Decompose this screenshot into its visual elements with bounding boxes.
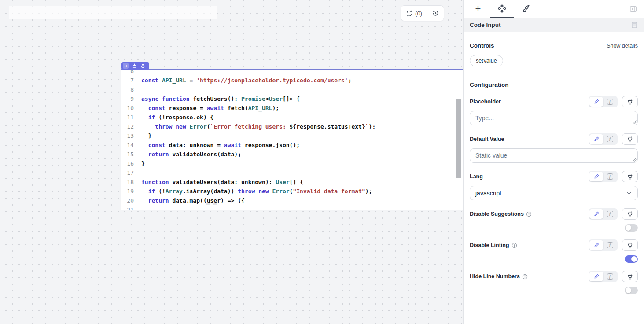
show-details-link[interactable]: Show details (607, 43, 638, 49)
divider (464, 302, 644, 302)
js-mode-button[interactable]: f (603, 272, 617, 281)
tab-widget-properties[interactable] (490, 0, 514, 18)
pencil-icon (593, 136, 600, 142)
arrow-down-to-line-icon[interactable] (132, 63, 137, 68)
connect-data-button[interactable] (622, 96, 638, 107)
pencil-icon (593, 211, 600, 217)
widgets-icon (498, 4, 506, 13)
pencil-icon (593, 173, 600, 180)
code-line: 10 const response = await fetch(API_URL)… (121, 103, 463, 113)
edit-mode-button[interactable] (589, 134, 603, 144)
js-mode-button[interactable]: f (603, 97, 617, 107)
edit-mode-button[interactable] (589, 209, 603, 219)
binding-mode-switch: f (589, 171, 618, 182)
pencil-icon (593, 242, 600, 248)
disable-linting-label: Disable Linting (470, 242, 517, 248)
lang-select[interactable]: javascript (470, 186, 638, 200)
default-value-input[interactable] (470, 148, 638, 163)
panel-body: Controls Show details setValue Configura… (464, 42, 644, 302)
code-line: 11 if (!response.ok) { (121, 113, 463, 122)
plug-icon (627, 136, 633, 143)
code-line: 8 (121, 85, 463, 94)
disable-suggestions-toggle[interactable] (625, 224, 638, 232)
placeholder-input[interactable] (470, 111, 638, 125)
prop-row-lang: Lang f (470, 171, 638, 200)
widget-title: Code Input (470, 22, 501, 28)
collapse-panel-icon (629, 5, 637, 13)
refresh-button[interactable]: (0) (401, 6, 427, 21)
chevron-down-icon (626, 190, 632, 196)
lang-selected-value: javascript (475, 190, 501, 197)
empty-zone-placeholder[interactable] (9, 6, 217, 19)
info-icon (512, 243, 517, 248)
prop-row-hide-line-numbers: Hide Line Numbers f (470, 271, 638, 294)
pencil-icon (593, 273, 600, 280)
edit-mode-button[interactable] (589, 172, 603, 181)
code-line: 15 return validateUsers(data); (121, 150, 463, 159)
widget-title-bar: Code Input (464, 18, 644, 32)
code-editor[interactable]: 67const API_URL = 'https://jsonplacehold… (121, 70, 463, 210)
info-icon (526, 211, 532, 217)
binding-mode-switch: f (589, 133, 618, 145)
code-lines[interactable]: 67const API_URL = 'https://jsonplacehold… (121, 70, 463, 210)
binding-mode-switch: f (589, 208, 618, 220)
js-mode-button[interactable]: f (603, 134, 617, 144)
editor-scrollbar[interactable] (456, 99, 461, 178)
js-mode-button[interactable]: f (603, 209, 617, 219)
code-line: 19 if (!Array.isArray(data)) throw new E… (121, 187, 463, 196)
edit-mode-button[interactable] (589, 240, 603, 250)
code-line: 13 } (121, 131, 463, 140)
edit-mode-button[interactable] (589, 97, 603, 107)
anchor-icon[interactable] (140, 63, 145, 68)
app-window: (0) a (0, 0, 644, 324)
editor-canvas[interactable]: (0) a (0, 0, 463, 324)
docs-icon[interactable] (631, 22, 638, 29)
tab-add-widget[interactable]: + (466, 0, 490, 18)
tab-style[interactable] (514, 0, 537, 18)
widget-name-badge: a (123, 63, 129, 69)
section-dropzone[interactable]: (0) a (4, 2, 461, 211)
lang-label: Lang (470, 173, 483, 180)
function-icon: f (607, 173, 613, 180)
code-line: 6 (121, 70, 463, 76)
function-icon: f (607, 273, 613, 280)
panel-tabs: + (464, 0, 644, 18)
js-mode-button[interactable]: f (603, 240, 617, 250)
prop-row-default-value: Default Value f (470, 133, 638, 163)
code-input-widget[interactable]: a 67const API_URL = 'https://jsonplaceho… (121, 69, 463, 210)
connect-data-button[interactable] (622, 171, 638, 182)
plus-icon: + (475, 4, 481, 14)
binding-mode-switch: f (589, 271, 618, 282)
controls-section-title: Controls (470, 42, 494, 49)
code-line: 21 (121, 205, 463, 210)
configuration-section-title: Configuration (470, 81, 638, 88)
disable-suggestions-label: Disable Suggestions (470, 211, 532, 217)
edit-mode-button[interactable] (589, 272, 603, 281)
code-line: 14 const data: unknown = await response.… (121, 140, 463, 150)
placeholder-label: Placeholder (470, 99, 501, 105)
connect-data-button[interactable] (622, 239, 638, 251)
js-mode-button[interactable]: f (603, 172, 617, 181)
hide-line-numbers-toggle[interactable] (625, 287, 638, 294)
connect-data-button[interactable] (622, 208, 638, 220)
widget-tag[interactable]: a (121, 62, 149, 70)
pencil-icon (593, 99, 600, 105)
setvalue-method-chip[interactable]: setValue (470, 55, 503, 66)
history-button[interactable] (427, 6, 444, 21)
plug-icon (627, 273, 633, 280)
divider (464, 74, 644, 74)
connect-data-button[interactable] (622, 271, 638, 282)
info-icon (522, 274, 528, 280)
collapse-panel-button[interactable] (629, 5, 637, 13)
plug-icon (627, 99, 633, 105)
brush-icon (522, 4, 530, 13)
refresh-icon (406, 10, 412, 17)
code-line: 18function validateUsers(data: unknown):… (121, 177, 463, 187)
function-icon: f (607, 211, 613, 217)
code-line: 12 throw new Error(`Error fetching users… (121, 122, 463, 131)
code-line: 17 (121, 168, 463, 177)
connect-data-button[interactable] (622, 133, 638, 145)
binding-mode-switch: f (589, 96, 618, 107)
refresh-count: (0) (415, 10, 422, 17)
disable-linting-toggle[interactable] (625, 255, 638, 263)
